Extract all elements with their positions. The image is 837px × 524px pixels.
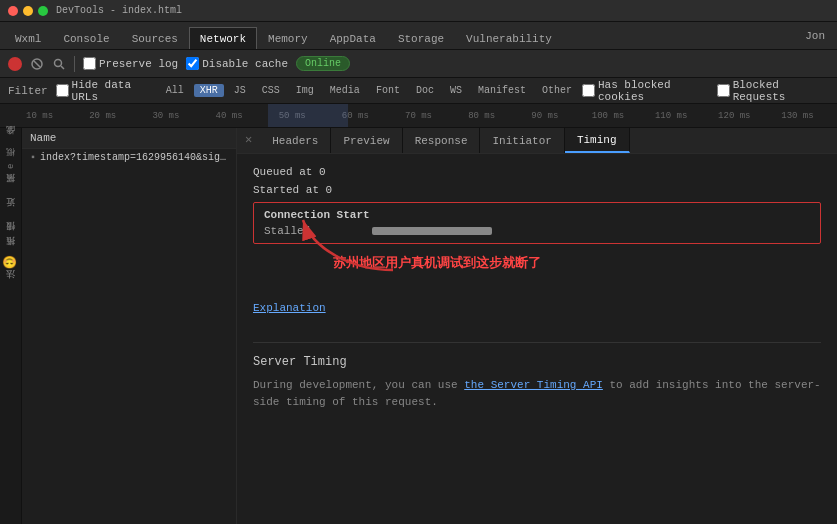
tab-sources[interactable]: Sources <box>121 27 189 49</box>
blocked-cookies-checkbox[interactable]: Has blocked cookies <box>582 79 713 103</box>
tick-110ms: 110 ms <box>640 111 703 121</box>
detail-tab-preview[interactable]: Preview <box>331 128 402 153</box>
window-controls <box>8 6 48 16</box>
filter-doc[interactable]: Doc <box>410 84 440 97</box>
timing-content: Queued at 0 Started at 0 Connection Star… <box>237 154 837 524</box>
tick-70ms: 70 ms <box>387 111 450 121</box>
file-name-0: index?timestamp=1629956140&sign=2fc... <box>40 152 228 163</box>
server-timing-title: Server Timing <box>253 355 821 369</box>
tick-120ms: 120 ms <box>703 111 766 121</box>
preserve-log-checkbox[interactable]: Preserve log <box>83 57 178 70</box>
filter-font[interactable]: Font <box>370 84 406 97</box>
server-timing-api-link[interactable]: the Server Timing API <box>464 379 603 391</box>
filter-chips: Hide data URLs All XHR JS CSS Img Media … <box>56 79 829 103</box>
detail-tab-initiator[interactable]: Initiator <box>480 128 564 153</box>
filter-other[interactable]: Other <box>536 84 578 97</box>
tab-memory[interactable]: Memory <box>257 27 319 49</box>
close-button[interactable] <box>8 6 18 16</box>
detail-tab-timing[interactable]: Timing <box>565 128 630 153</box>
search-button[interactable] <box>52 57 66 71</box>
tick-10ms: 10 ms <box>8 111 71 121</box>
title-bar: DevTools - index.html <box>0 0 837 22</box>
tick-90ms: 90 ms <box>513 111 576 121</box>
server-timing-section: Server Timing During development, you ca… <box>253 342 821 410</box>
files-header: Name <box>22 128 236 149</box>
timeline-ruler: 10 ms 20 ms 30 ms 40 ms 50 ms 60 ms 70 m… <box>0 111 837 121</box>
tick-130ms: 130 ms <box>766 111 829 121</box>
filter-img[interactable]: Img <box>290 84 320 97</box>
sidebar-icon-2[interactable]: e概 <box>3 158 19 174</box>
red-arrow-icon <box>253 190 453 280</box>
network-toolbar: Preserve log Disable cache Online <box>0 50 837 78</box>
record-button[interactable] <box>8 57 22 71</box>
filter-css[interactable]: CSS <box>256 84 286 97</box>
filter-xhr[interactable]: XHR <box>194 84 224 97</box>
sidebar-icon-3[interactable]: 拓展 <box>3 182 19 198</box>
annotation-area: 苏州地区用户真机调试到这步就断了 <box>253 250 821 290</box>
close-detail-button[interactable]: ✕ <box>237 128 260 153</box>
tab-appdata[interactable]: AppData <box>319 27 387 49</box>
clear-button[interactable] <box>30 57 44 71</box>
detail-tab-headers[interactable]: Headers <box>260 128 331 153</box>
filter-bar: Filter Hide data URLs All XHR JS CSS Img… <box>0 78 837 104</box>
hide-data-urls-checkbox[interactable]: Hide data URLs <box>56 79 156 103</box>
disable-cache-checkbox[interactable]: Disable cache <box>186 57 288 70</box>
queued-at-row: Queued at 0 <box>253 166 821 178</box>
tab-storage[interactable]: Storage <box>387 27 455 49</box>
title-text: DevTools - index.html <box>56 5 182 16</box>
sidebar-icon-7[interactable]: 法法 <box>3 278 19 294</box>
tick-100ms: 100 ms <box>576 111 639 121</box>
detail-tabs: ✕ Headers Preview Response Initiator Tim… <box>237 128 837 154</box>
queued-at-value: Queued at 0 <box>253 166 326 178</box>
svg-point-2 <box>55 59 62 66</box>
detail-panel: ✕ Headers Preview Response Initiator Tim… <box>237 128 837 524</box>
tick-30ms: 30 ms <box>134 111 197 121</box>
file-item-0[interactable]: ▪ index?timestamp=1629956140&sign=2fc... <box>22 149 236 166</box>
filter-js[interactable]: JS <box>228 84 252 97</box>
filter-manifest[interactable]: Manifest <box>472 84 532 97</box>
server-timing-desc: During development, you can use the Serv… <box>253 377 821 410</box>
sidebar-icon-4[interactable]: 近近 <box>3 206 19 222</box>
detail-tab-response[interactable]: Response <box>403 128 481 153</box>
tick-20ms: 20 ms <box>71 111 134 121</box>
tick-80ms: 80 ms <box>450 111 513 121</box>
filter-media[interactable]: Media <box>324 84 366 97</box>
timeline-ruler-bar: 10 ms 20 ms 30 ms 40 ms 50 ms 60 ms 70 m… <box>0 104 837 128</box>
tab-network[interactable]: Network <box>189 27 257 49</box>
maximize-button[interactable] <box>38 6 48 16</box>
user-name: Jon <box>805 30 825 42</box>
filter-ws[interactable]: WS <box>444 84 468 97</box>
sidebar-left: 全战 e概 拓展 近近 情报 😊 推拓 法法 <box>0 128 22 524</box>
sidebar-icon-6[interactable]: 😊 推拓 <box>3 254 19 270</box>
svg-line-3 <box>61 66 64 69</box>
files-panel: Name ▪ index?timestamp=1629956140&sign=2… <box>22 128 237 524</box>
online-badge[interactable]: Online <box>296 56 350 71</box>
file-icon-0: ▪ <box>30 152 36 163</box>
tab-vulnerability[interactable]: Vulnerability <box>455 27 563 49</box>
tick-40ms: 40 ms <box>197 111 260 121</box>
main-content: 全战 e概 拓展 近近 情报 😊 推拓 法法 Name ▪ index?time… <box>0 128 837 524</box>
toolbar-separator-1 <box>74 56 75 72</box>
svg-line-1 <box>34 61 40 67</box>
minimize-button[interactable] <box>23 6 33 16</box>
sidebar-icon-5[interactable]: 情报 <box>3 230 19 246</box>
filter-all[interactable]: All <box>160 84 190 97</box>
tab-wxml[interactable]: Wxml <box>4 27 52 49</box>
filter-label: Filter <box>8 85 48 97</box>
dev-tabs-bar: Wxml Console Sources Network Memory AppD… <box>0 22 837 50</box>
timeline-highlight <box>268 104 348 127</box>
explanation-link[interactable]: Explanation <box>253 302 326 314</box>
tab-console[interactable]: Console <box>52 27 120 49</box>
blocked-requests-checkbox[interactable]: Blocked Requests <box>717 79 829 103</box>
sidebar-icon-1[interactable]: 全战 <box>3 134 19 150</box>
